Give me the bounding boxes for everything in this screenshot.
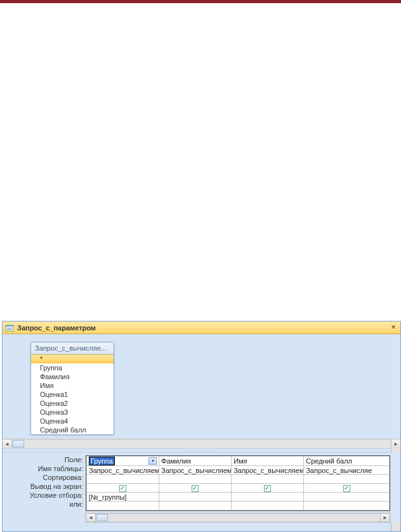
- criteria-cell[interactable]: [№_группы]: [87, 493, 159, 502]
- label-field: Поле:: [3, 455, 86, 464]
- checkbox-checked-icon[interactable]: [264, 485, 271, 492]
- show-cell[interactable]: [159, 484, 232, 493]
- source-table-box[interactable]: Запрос_с_вычисляе... * Группа Фамилия Им…: [30, 342, 114, 435]
- checkbox-checked-icon[interactable]: [343, 485, 350, 492]
- criteria-cell[interactable]: [232, 493, 304, 502]
- field-row: Группа ▾ Фамилия Имя Средний балл: [87, 457, 390, 466]
- table-cell[interactable]: Запрос_с_вычисляем: [87, 466, 159, 475]
- scroll-thumb[interactable]: [96, 514, 108, 521]
- field-item[interactable]: Оценка4: [31, 417, 114, 425]
- show-cell[interactable]: [87, 484, 159, 493]
- svg-rect-3: [7, 329, 12, 330]
- design-grid[interactable]: Группа ▾ Фамилия Имя Средний балл Запрос…: [86, 455, 390, 511]
- scroll-thumb[interactable]: [13, 440, 24, 448]
- field-cell[interactable]: Имя: [232, 457, 304, 466]
- design-grid-area: Поле: Имя таблицы: Сортировка: Вывод на …: [3, 453, 400, 522]
- scroll-right-button[interactable]: ►: [380, 514, 390, 522]
- or-cell[interactable]: [159, 502, 232, 510]
- scroll-left-button[interactable]: ◄: [3, 439, 12, 448]
- sort-cell[interactable]: [159, 475, 232, 484]
- label-table: Имя таблицы:: [3, 464, 86, 473]
- field-item[interactable]: Оценка2: [31, 399, 114, 408]
- svg-rect-2: [7, 328, 12, 328]
- or-cell[interactable]: [87, 502, 159, 510]
- table-row: Запрос_с_вычисляем Запрос_с_вычисляем За…: [87, 466, 390, 475]
- dropdown-arrow-icon[interactable]: ▾: [148, 457, 157, 465]
- field-value: Группа: [89, 457, 115, 465]
- table-cell[interactable]: Запрос_с_вычисляем: [232, 466, 304, 475]
- field-item[interactable]: Имя: [31, 381, 114, 390]
- field-cell-active[interactable]: Группа ▾: [87, 457, 159, 466]
- label-or: или:: [3, 500, 86, 509]
- show-row: [87, 484, 390, 493]
- field-item[interactable]: Оценка1: [31, 390, 114, 399]
- close-button[interactable]: ×: [389, 323, 398, 332]
- window-title: Запрос_с_параметром: [17, 324, 96, 332]
- source-table-header: Запрос_с_вычисляе...: [31, 342, 114, 354]
- window-titlebar: Запрос_с_параметром ×: [3, 321, 400, 334]
- field-item[interactable]: Фамилия: [31, 372, 114, 381]
- sort-cell[interactable]: [304, 475, 390, 484]
- svg-rect-1: [6, 325, 13, 327]
- checkbox-checked-icon[interactable]: [119, 485, 126, 492]
- grid-horizontal-scrollbar[interactable]: ◄ ►: [86, 513, 390, 522]
- table-diagram-pane[interactable]: Запрос_с_вычисляе... * Группа Фамилия Им…: [3, 334, 400, 448]
- criteria-row: [№_группы]: [87, 493, 390, 502]
- table-cell[interactable]: Запрос_с_вычисляе: [304, 466, 390, 475]
- label-sort: Сортировка:: [3, 473, 86, 482]
- or-row: [87, 502, 390, 510]
- field-cell[interactable]: Фамилия: [159, 457, 232, 466]
- scroll-right-button[interactable]: ►: [391, 439, 400, 448]
- show-cell[interactable]: [232, 484, 304, 493]
- field-item[interactable]: *: [31, 354, 114, 363]
- criteria-cell[interactable]: [304, 493, 390, 502]
- label-show: Вывод на экран:: [3, 482, 86, 491]
- grid-row-labels: Поле: Имя таблицы: Сортировка: Вывод на …: [3, 455, 86, 509]
- upper-horizontal-scrollbar[interactable]: ◄ ►: [3, 439, 400, 448]
- checkbox-checked-icon[interactable]: [192, 485, 199, 492]
- scroll-left-button[interactable]: ◄: [86, 514, 96, 522]
- criteria-cell[interactable]: [159, 493, 232, 502]
- sort-cell[interactable]: [87, 475, 159, 484]
- field-item[interactable]: Средний балл: [31, 425, 114, 434]
- query-design-window: Запрос_с_параметром × ▲ ▼ Запрос_с_вычис…: [2, 321, 401, 532]
- field-item[interactable]: Оценка3: [31, 408, 114, 417]
- table-cell[interactable]: Запрос_с_вычисляем: [159, 466, 232, 475]
- query-icon: [5, 324, 14, 332]
- field-item[interactable]: Группа: [31, 363, 114, 372]
- pane-splitter[interactable]: · · · · · · · · · ·: [3, 448, 400, 453]
- or-cell[interactable]: [304, 502, 390, 510]
- sort-row: [87, 475, 390, 484]
- or-cell[interactable]: [232, 502, 304, 510]
- show-cell[interactable]: [304, 484, 390, 493]
- field-cell[interactable]: Средний балл: [304, 457, 390, 466]
- field-list: * Группа Фамилия Имя Оценка1 Оценка2 Оце…: [31, 354, 114, 434]
- sort-cell[interactable]: [232, 475, 304, 484]
- label-criteria: Условие отбора:: [3, 491, 86, 500]
